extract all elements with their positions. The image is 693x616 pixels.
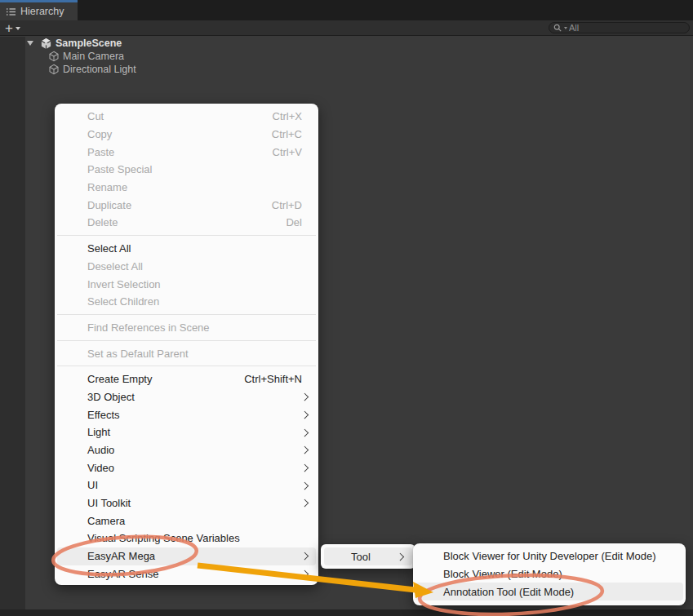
submenu-arrow-icon bbox=[300, 464, 308, 472]
submenu-arrow-icon bbox=[300, 428, 308, 436]
panel-left-gutter bbox=[0, 37, 25, 616]
submenu-arrow-icon bbox=[300, 481, 308, 489]
scene-name: SampleScene bbox=[56, 38, 122, 49]
unity-hierarchy-window: Hierarchy + bbox=[0, 0, 693, 616]
submenu-arrow-icon bbox=[300, 393, 308, 401]
submenu-arrow-icon bbox=[300, 499, 308, 507]
menu-item-camera[interactable]: Camera bbox=[55, 512, 318, 530]
tree-row-main-camera[interactable]: Main Camera bbox=[48, 50, 124, 63]
menu-item-ui[interactable]: UI bbox=[55, 476, 318, 494]
context-menu: CutCtrl+X CopyCtrl+C PasteCtrl+V Paste S… bbox=[55, 104, 318, 585]
menu-item-tool[interactable]: Tool bbox=[324, 547, 412, 565]
menu-item-rename: Rename bbox=[55, 179, 318, 197]
menu-item-create-empty[interactable]: Create EmptyCtrl+Shift+N bbox=[55, 370, 318, 388]
easyar-mega-submenu: Tool bbox=[321, 544, 415, 569]
menu-item-audio[interactable]: Audio bbox=[55, 441, 318, 459]
unity-scene-icon bbox=[40, 38, 52, 50]
menu-item-annotation-tool[interactable]: Annotation Tool (Edit Mode) bbox=[415, 583, 683, 600]
menu-item-video[interactable]: Video bbox=[55, 459, 318, 476]
menu-separator bbox=[57, 235, 316, 236]
panel-bottom-edge bbox=[0, 609, 693, 616]
tab-hierarchy[interactable]: Hierarchy bbox=[0, 0, 78, 20]
chevron-down-icon bbox=[16, 27, 20, 30]
tab-label: Hierarchy bbox=[20, 6, 64, 17]
plus-icon: + bbox=[5, 22, 13, 34]
menu-item-find-references: Find References in Scene bbox=[55, 319, 318, 337]
submenu-arrow-icon bbox=[300, 411, 308, 419]
shortcut: Ctrl+D bbox=[272, 199, 309, 211]
submenu-arrow-icon bbox=[300, 446, 308, 454]
tree-row-scene[interactable]: SampleScene bbox=[27, 37, 122, 50]
menu-item-3d-object[interactable]: 3D Object bbox=[55, 388, 318, 406]
menu-separator bbox=[57, 366, 316, 366]
menu-item-select-children: Select Children bbox=[55, 293, 318, 311]
tab-strip: Hierarchy bbox=[0, 0, 693, 20]
gameobject-cube-icon bbox=[48, 64, 60, 75]
search-filter-caret-icon bbox=[564, 27, 567, 29]
foldout-triangle-icon[interactable] bbox=[27, 41, 33, 46]
menu-item-easyar-sense[interactable]: EasyAR Sense bbox=[55, 565, 318, 583]
submenu-arrow-icon bbox=[300, 570, 308, 578]
hierarchy-icon bbox=[6, 7, 16, 17]
menu-item-duplicate: DuplicateCtrl+D bbox=[55, 196, 318, 214]
menu-item-block-viewer[interactable]: Block Viewer (Edit Mode) bbox=[413, 565, 686, 583]
menu-item-visual-scripting-scene-variables[interactable]: Visual Scripting Scene Variables bbox=[55, 530, 318, 547]
tool-submenu: Block Viewer for Unity Developer (Edit M… bbox=[413, 543, 686, 605]
menu-item-paste: PasteCtrl+V bbox=[55, 143, 318, 161]
menu-separator bbox=[57, 314, 316, 315]
search-field[interactable] bbox=[549, 22, 690, 33]
menu-item-paste-special: Paste Special bbox=[55, 161, 318, 179]
shortcut: Ctrl+V bbox=[273, 146, 309, 158]
gameobject-name: Directional Light bbox=[63, 64, 136, 75]
submenu-arrow-icon bbox=[396, 552, 403, 560]
menu-item-delete: DeleteDel bbox=[55, 214, 318, 232]
menu-item-effects[interactable]: Effects bbox=[55, 405, 318, 423]
shortcut: Del bbox=[286, 216, 309, 228]
menu-item-copy: CopyCtrl+C bbox=[55, 126, 318, 144]
gameobject-name: Main Camera bbox=[63, 51, 124, 62]
shortcut: Ctrl+X bbox=[273, 110, 309, 122]
hierarchy-toolbar: + bbox=[0, 20, 693, 36]
menu-item-deselect-all: Deselect All bbox=[55, 258, 318, 276]
menu-item-select-all[interactable]: Select All bbox=[55, 240, 318, 258]
tree-row-directional-light[interactable]: Directional Light bbox=[48, 63, 136, 76]
menu-item-invert-selection: Invert Selection bbox=[55, 275, 318, 293]
create-button[interactable]: + bbox=[0, 20, 25, 35]
menu-item-cut: CutCtrl+X bbox=[55, 108, 318, 126]
gameobject-cube-icon bbox=[48, 51, 60, 62]
menu-item-set-default-parent: Set as Default Parent bbox=[55, 344, 318, 362]
shortcut: Ctrl+C bbox=[272, 128, 309, 140]
search-icon bbox=[553, 24, 562, 33]
menu-separator bbox=[57, 340, 316, 341]
submenu-arrow-icon bbox=[300, 552, 308, 560]
menu-item-light[interactable]: Light bbox=[55, 423, 318, 441]
menu-item-ui-toolkit[interactable]: UI Toolkit bbox=[55, 494, 318, 512]
shortcut: Ctrl+Shift+N bbox=[244, 373, 309, 385]
menu-item-block-viewer-for-unity-developer[interactable]: Block Viewer for Unity Developer (Edit M… bbox=[413, 547, 686, 565]
search-input[interactable] bbox=[569, 23, 685, 33]
menu-item-easyar-mega[interactable]: EasyAR Mega bbox=[57, 547, 316, 565]
